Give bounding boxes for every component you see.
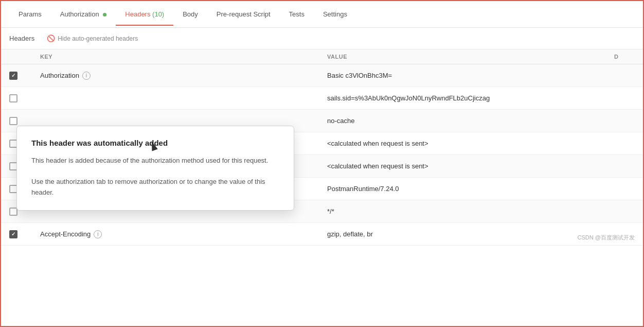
tooltip-title: This header was automatically added — [31, 139, 279, 147]
eye-slash-icon: 🚫 — [47, 35, 55, 42]
table-row: sails.sid=s%3AbUk0nQgwJoN0LnyRwndFLb2uCj… — [1, 87, 643, 110]
tab-settings[interactable]: Settings — [314, 3, 356, 25]
row-2-value: sails.sid=s%3AbUk0nQgwJoN0LnyRwndFLb2uCj… — [327, 89, 614, 107]
tab-params[interactable]: Params — [9, 3, 51, 25]
headers-table: KEY VALUE D Authorization i Basic c3VlOn… — [1, 49, 643, 246]
watermark: CSDN @百度测试开发 — [578, 234, 635, 242]
hide-autogenerated-button[interactable]: 🚫 Hide auto-generated headers — [43, 33, 142, 44]
sub-header-title: Headers — [9, 35, 34, 42]
row-3-key-cell — [40, 116, 327, 126]
row-5-value: <calculated when request is sent> — [327, 157, 614, 175]
row-1-key-label: Authorization — [40, 72, 79, 79]
col-checkbox — [9, 54, 40, 60]
row-2-checkbox[interactable] — [9, 94, 17, 102]
row-3-checkbox[interactable] — [9, 117, 17, 125]
row-3-value: no-cache — [327, 112, 614, 130]
row-8-value: gzip, deflate, br — [327, 225, 614, 243]
table-row: Accept-Encoding i gzip, deflate, br — [1, 223, 643, 246]
tooltip-body: This header is added because of the auth… — [31, 156, 279, 166]
row-1-checkbox[interactable] — [9, 72, 17, 80]
row-8-info-icon[interactable]: i — [94, 230, 102, 238]
checkbox-cell-8 — [9, 230, 40, 238]
authorization-dot — [103, 13, 106, 16]
row-4-value: <calculated when request is sent> — [327, 134, 614, 152]
table-row: Authorization i Basic c3VlOnBhc3M= — [1, 64, 643, 87]
row-1-info-icon[interactable]: i — [82, 72, 91, 80]
row-1-value: Basic c3VlOnBhc3M= — [327, 66, 614, 84]
tab-authorization[interactable]: Authorization — [51, 3, 116, 25]
row-2-key-cell — [40, 93, 327, 104]
tooltip-overlay: This header was automatically added This… — [16, 126, 294, 211]
sub-header: Headers 🚫 Hide auto-generated headers — [1, 28, 643, 49]
row-8-checkbox[interactable] — [9, 230, 17, 238]
tab-bar: Params Authorization Headers (10) Body P… — [1, 1, 643, 28]
col-d: D — [614, 54, 635, 60]
col-key: KEY — [40, 54, 327, 60]
row-8-key-cell: Accept-Encoding i — [40, 225, 327, 244]
tab-tests[interactable]: Tests — [280, 3, 314, 25]
col-value: VALUE — [327, 54, 614, 60]
tab-headers[interactable]: Headers (10) — [116, 3, 173, 25]
checkbox-cell-2 — [9, 94, 40, 102]
headers-count: (10) — [152, 10, 164, 18]
tab-body[interactable]: Body — [173, 3, 207, 25]
checkbox-cell-3 — [9, 117, 40, 125]
table-header: KEY VALUE D — [1, 49, 643, 64]
row-7-value: */* — [327, 202, 614, 220]
row-1-key-cell: Authorization i — [40, 66, 327, 85]
checkbox-cell-1 — [9, 72, 40, 80]
tab-pre-request[interactable]: Pre-request Script — [207, 3, 280, 25]
row-6-value: PostmanRuntime/7.24.0 — [327, 180, 614, 198]
row-8-key-label: Accept-Encoding — [40, 230, 91, 238]
tooltip-footer: Use the authorization tab to remove auth… — [31, 177, 279, 198]
